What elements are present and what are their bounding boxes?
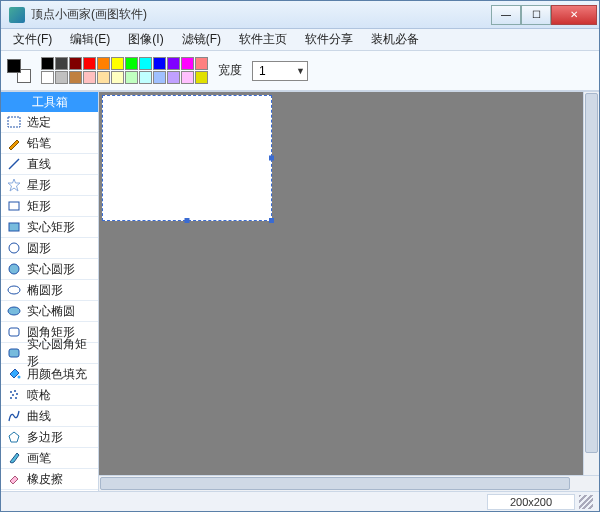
svg-point-14 bbox=[16, 393, 18, 395]
maximize-button[interactable]: ☐ bbox=[521, 5, 551, 25]
app-window: 顶点小画家(画图软件) — ☐ ✕ 文件(F) 编辑(E) 图像(I) 滤镜(F… bbox=[0, 0, 600, 512]
menu-image[interactable]: 图像(I) bbox=[120, 29, 171, 50]
tool-bucket[interactable]: 用颜色填充 bbox=[1, 364, 98, 385]
menu-edit[interactable]: 编辑(E) bbox=[62, 29, 118, 50]
ellipse-icon bbox=[7, 283, 21, 297]
tool-label: 画笔 bbox=[27, 450, 51, 467]
canvas[interactable] bbox=[102, 95, 272, 221]
resize-grip-icon[interactable] bbox=[579, 495, 593, 509]
palette-swatch[interactable] bbox=[139, 71, 152, 84]
palette-swatch[interactable] bbox=[125, 57, 138, 70]
star-icon bbox=[7, 178, 21, 192]
tool-polygon[interactable]: 多边形 bbox=[1, 427, 98, 448]
menu-file[interactable]: 文件(F) bbox=[5, 29, 60, 50]
color-palette bbox=[41, 57, 208, 84]
fg-color-swatch[interactable] bbox=[7, 59, 21, 73]
resize-handle-right[interactable] bbox=[269, 156, 274, 161]
palette-swatch[interactable] bbox=[167, 71, 180, 84]
palette-swatch[interactable] bbox=[97, 71, 110, 84]
menu-filter[interactable]: 滤镜(F) bbox=[174, 29, 229, 50]
palette-swatch[interactable] bbox=[125, 71, 138, 84]
eraser-icon bbox=[7, 472, 21, 486]
tool-spray[interactable]: 喷枪 bbox=[1, 385, 98, 406]
hscroll-thumb[interactable] bbox=[100, 477, 570, 490]
close-button[interactable]: ✕ bbox=[551, 5, 597, 25]
select-icon bbox=[7, 115, 21, 129]
tool-ellipse-fill[interactable]: 实心椭圆 bbox=[1, 301, 98, 322]
tool-rect-fill[interactable]: 实心矩形 bbox=[1, 217, 98, 238]
palette-swatch[interactable] bbox=[41, 71, 54, 84]
toolbar: 宽度 1 ▼ bbox=[1, 51, 599, 91]
tool-label: 用颜色填充 bbox=[27, 366, 87, 383]
svg-point-10 bbox=[18, 376, 21, 379]
palette-swatch[interactable] bbox=[69, 71, 82, 84]
pencil-icon bbox=[7, 136, 21, 150]
svg-rect-8 bbox=[9, 328, 19, 336]
tool-label: 多边形 bbox=[27, 429, 63, 446]
tool-label: 橡皮擦 bbox=[27, 471, 63, 488]
app-icon bbox=[9, 7, 25, 23]
resize-handle-bottom[interactable] bbox=[185, 218, 190, 223]
svg-rect-2 bbox=[9, 202, 19, 210]
minimize-button[interactable]: — bbox=[491, 5, 521, 25]
palette-swatch[interactable] bbox=[111, 57, 124, 70]
tool-circle-fill[interactable]: 实心圆形 bbox=[1, 259, 98, 280]
palette-swatch[interactable] bbox=[83, 57, 96, 70]
menubar: 文件(F) 编辑(E) 图像(I) 滤镜(F) 软件主页 软件分享 装机必备 bbox=[1, 29, 599, 51]
line-icon bbox=[7, 157, 21, 171]
tool-label: 实心矩形 bbox=[27, 219, 75, 236]
tool-curve[interactable]: 曲线 bbox=[1, 406, 98, 427]
width-select[interactable]: 1 ▼ bbox=[252, 61, 308, 81]
palette-swatch[interactable] bbox=[181, 71, 194, 84]
tool-brush[interactable]: 画笔 bbox=[1, 448, 98, 469]
tool-roundrect-fill[interactable]: 实心圆角矩形 bbox=[1, 343, 98, 364]
svg-rect-0 bbox=[8, 117, 20, 127]
tool-pencil[interactable]: 铅笔 bbox=[1, 133, 98, 154]
tool-circle[interactable]: 圆形 bbox=[1, 238, 98, 259]
canvas-wrap bbox=[99, 92, 599, 491]
tool-label: 矩形 bbox=[27, 198, 51, 215]
horizontal-scrollbar[interactable] bbox=[99, 475, 599, 491]
menu-essentials[interactable]: 装机必备 bbox=[363, 29, 427, 50]
palette-swatch[interactable] bbox=[153, 71, 166, 84]
dropdown-arrow-icon: ▼ bbox=[296, 66, 305, 76]
vscroll-thumb[interactable] bbox=[585, 93, 598, 453]
svg-point-16 bbox=[15, 397, 17, 399]
tool-label: 圆形 bbox=[27, 240, 51, 257]
resize-handle-corner[interactable] bbox=[269, 218, 274, 223]
canvas-area[interactable] bbox=[99, 92, 599, 475]
statusbar: 200x200 bbox=[1, 491, 599, 511]
spray-icon bbox=[7, 388, 21, 402]
palette-swatch[interactable] bbox=[195, 57, 208, 70]
tool-line[interactable]: 直线 bbox=[1, 154, 98, 175]
menu-share[interactable]: 软件分享 bbox=[297, 29, 361, 50]
palette-swatch[interactable] bbox=[167, 57, 180, 70]
palette-swatch[interactable] bbox=[55, 71, 68, 84]
svg-point-15 bbox=[10, 397, 12, 399]
palette-swatch[interactable] bbox=[195, 71, 208, 84]
palette-swatch[interactable] bbox=[97, 57, 110, 70]
roundrect-icon bbox=[7, 325, 21, 339]
tool-select[interactable]: 选定 bbox=[1, 112, 98, 133]
palette-swatch[interactable] bbox=[153, 57, 166, 70]
width-label: 宽度 bbox=[218, 62, 242, 79]
palette-swatch[interactable] bbox=[83, 71, 96, 84]
titlebar[interactable]: 顶点小画家(画图软件) — ☐ ✕ bbox=[1, 1, 599, 29]
tool-label: 曲线 bbox=[27, 408, 51, 425]
tool-rect[interactable]: 矩形 bbox=[1, 196, 98, 217]
tool-eraser[interactable]: 橡皮擦 bbox=[1, 469, 98, 490]
palette-swatch[interactable] bbox=[139, 57, 152, 70]
menu-homepage[interactable]: 软件主页 bbox=[231, 29, 295, 50]
vertical-scrollbar[interactable] bbox=[583, 92, 599, 475]
tool-ellipse[interactable]: 椭圆形 bbox=[1, 280, 98, 301]
color-fgbg[interactable] bbox=[7, 59, 31, 83]
bucket-icon bbox=[7, 367, 21, 381]
palette-swatch[interactable] bbox=[181, 57, 194, 70]
circle-icon bbox=[7, 241, 21, 255]
palette-swatch[interactable] bbox=[69, 57, 82, 70]
palette-swatch[interactable] bbox=[111, 71, 124, 84]
palette-swatch[interactable] bbox=[41, 57, 54, 70]
tool-star[interactable]: 星形 bbox=[1, 175, 98, 196]
palette-swatch[interactable] bbox=[55, 57, 68, 70]
status-dimensions: 200x200 bbox=[487, 494, 575, 510]
